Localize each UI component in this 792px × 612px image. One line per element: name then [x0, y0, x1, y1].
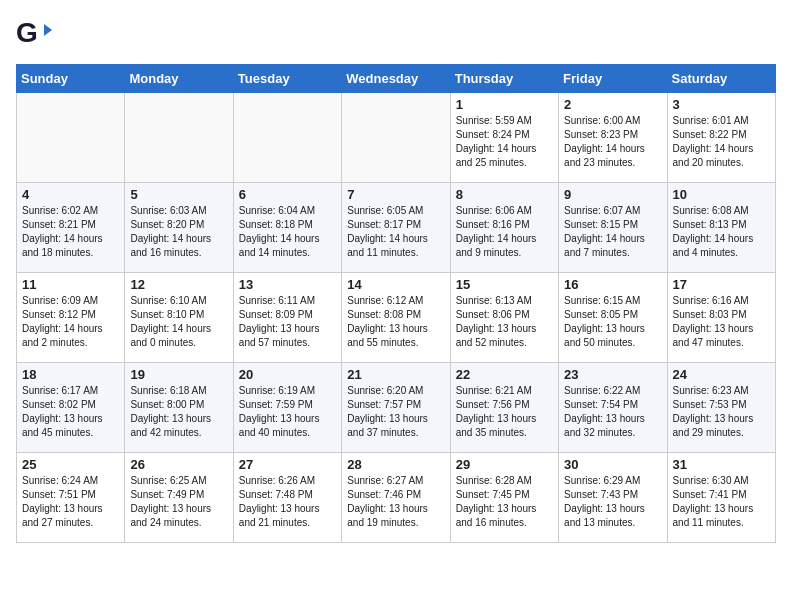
- calendar-cell: 23Sunrise: 6:22 AM Sunset: 7:54 PM Dayli…: [559, 363, 667, 453]
- cell-info: Sunrise: 6:04 AM Sunset: 8:18 PM Dayligh…: [239, 204, 336, 260]
- weekday-header: Tuesday: [233, 65, 341, 93]
- calendar-cell: 15Sunrise: 6:13 AM Sunset: 8:06 PM Dayli…: [450, 273, 558, 363]
- cell-info: Sunrise: 6:28 AM Sunset: 7:45 PM Dayligh…: [456, 474, 553, 530]
- cell-info: Sunrise: 6:15 AM Sunset: 8:05 PM Dayligh…: [564, 294, 661, 350]
- calendar-week-row: 1Sunrise: 5:59 AM Sunset: 8:24 PM Daylig…: [17, 93, 776, 183]
- weekday-header: Monday: [125, 65, 233, 93]
- day-number: 14: [347, 277, 444, 292]
- cell-info: Sunrise: 6:16 AM Sunset: 8:03 PM Dayligh…: [673, 294, 770, 350]
- svg-marker-1: [44, 24, 52, 36]
- day-number: 18: [22, 367, 119, 382]
- cell-info: Sunrise: 6:20 AM Sunset: 7:57 PM Dayligh…: [347, 384, 444, 440]
- cell-info: Sunrise: 5:59 AM Sunset: 8:24 PM Dayligh…: [456, 114, 553, 170]
- weekday-header: Saturday: [667, 65, 775, 93]
- cell-info: Sunrise: 6:03 AM Sunset: 8:20 PM Dayligh…: [130, 204, 227, 260]
- cell-info: Sunrise: 6:13 AM Sunset: 8:06 PM Dayligh…: [456, 294, 553, 350]
- day-number: 19: [130, 367, 227, 382]
- calendar-cell: 22Sunrise: 6:21 AM Sunset: 7:56 PM Dayli…: [450, 363, 558, 453]
- calendar-cell: 9Sunrise: 6:07 AM Sunset: 8:15 PM Daylig…: [559, 183, 667, 273]
- day-number: 15: [456, 277, 553, 292]
- calendar-table: SundayMondayTuesdayWednesdayThursdayFrid…: [16, 64, 776, 543]
- cell-info: Sunrise: 6:30 AM Sunset: 7:41 PM Dayligh…: [673, 474, 770, 530]
- day-number: 10: [673, 187, 770, 202]
- day-number: 1: [456, 97, 553, 112]
- calendar-cell: 28Sunrise: 6:27 AM Sunset: 7:46 PM Dayli…: [342, 453, 450, 543]
- cell-info: Sunrise: 6:01 AM Sunset: 8:22 PM Dayligh…: [673, 114, 770, 170]
- calendar-cell: 20Sunrise: 6:19 AM Sunset: 7:59 PM Dayli…: [233, 363, 341, 453]
- weekday-header: Friday: [559, 65, 667, 93]
- weekday-header: Sunday: [17, 65, 125, 93]
- calendar-week-row: 4Sunrise: 6:02 AM Sunset: 8:21 PM Daylig…: [17, 183, 776, 273]
- cell-info: Sunrise: 6:18 AM Sunset: 8:00 PM Dayligh…: [130, 384, 227, 440]
- calendar-cell: 7Sunrise: 6:05 AM Sunset: 8:17 PM Daylig…: [342, 183, 450, 273]
- calendar-cell: 27Sunrise: 6:26 AM Sunset: 7:48 PM Dayli…: [233, 453, 341, 543]
- cell-info: Sunrise: 6:21 AM Sunset: 7:56 PM Dayligh…: [456, 384, 553, 440]
- calendar-cell: 4Sunrise: 6:02 AM Sunset: 8:21 PM Daylig…: [17, 183, 125, 273]
- cell-info: Sunrise: 6:24 AM Sunset: 7:51 PM Dayligh…: [22, 474, 119, 530]
- calendar-cell: 24Sunrise: 6:23 AM Sunset: 7:53 PM Dayli…: [667, 363, 775, 453]
- cell-info: Sunrise: 6:11 AM Sunset: 8:09 PM Dayligh…: [239, 294, 336, 350]
- calendar-cell: 30Sunrise: 6:29 AM Sunset: 7:43 PM Dayli…: [559, 453, 667, 543]
- calendar-cell: 18Sunrise: 6:17 AM Sunset: 8:02 PM Dayli…: [17, 363, 125, 453]
- calendar-week-row: 25Sunrise: 6:24 AM Sunset: 7:51 PM Dayli…: [17, 453, 776, 543]
- calendar-cell: 1Sunrise: 5:59 AM Sunset: 8:24 PM Daylig…: [450, 93, 558, 183]
- cell-info: Sunrise: 6:09 AM Sunset: 8:12 PM Dayligh…: [22, 294, 119, 350]
- calendar-cell: 5Sunrise: 6:03 AM Sunset: 8:20 PM Daylig…: [125, 183, 233, 273]
- calendar-cell: 12Sunrise: 6:10 AM Sunset: 8:10 PM Dayli…: [125, 273, 233, 363]
- day-number: 24: [673, 367, 770, 382]
- cell-info: Sunrise: 6:06 AM Sunset: 8:16 PM Dayligh…: [456, 204, 553, 260]
- day-number: 20: [239, 367, 336, 382]
- day-number: 16: [564, 277, 661, 292]
- day-number: 28: [347, 457, 444, 472]
- day-number: 30: [564, 457, 661, 472]
- calendar-cell: 11Sunrise: 6:09 AM Sunset: 8:12 PM Dayli…: [17, 273, 125, 363]
- calendar-cell: 29Sunrise: 6:28 AM Sunset: 7:45 PM Dayli…: [450, 453, 558, 543]
- calendar-cell: 17Sunrise: 6:16 AM Sunset: 8:03 PM Dayli…: [667, 273, 775, 363]
- page-header: G: [16, 16, 776, 52]
- day-number: 5: [130, 187, 227, 202]
- calendar-cell: 16Sunrise: 6:15 AM Sunset: 8:05 PM Dayli…: [559, 273, 667, 363]
- cell-info: Sunrise: 6:25 AM Sunset: 7:49 PM Dayligh…: [130, 474, 227, 530]
- cell-info: Sunrise: 6:27 AM Sunset: 7:46 PM Dayligh…: [347, 474, 444, 530]
- day-number: 27: [239, 457, 336, 472]
- day-number: 23: [564, 367, 661, 382]
- logo-icon: G: [16, 16, 52, 52]
- calendar-header-row: SundayMondayTuesdayWednesdayThursdayFrid…: [17, 65, 776, 93]
- day-number: 6: [239, 187, 336, 202]
- cell-info: Sunrise: 6:00 AM Sunset: 8:23 PM Dayligh…: [564, 114, 661, 170]
- day-number: 21: [347, 367, 444, 382]
- svg-text:G: G: [16, 17, 38, 48]
- day-number: 11: [22, 277, 119, 292]
- calendar-cell: 26Sunrise: 6:25 AM Sunset: 7:49 PM Dayli…: [125, 453, 233, 543]
- calendar-cell: [233, 93, 341, 183]
- cell-info: Sunrise: 6:07 AM Sunset: 8:15 PM Dayligh…: [564, 204, 661, 260]
- day-number: 17: [673, 277, 770, 292]
- calendar-cell: 3Sunrise: 6:01 AM Sunset: 8:22 PM Daylig…: [667, 93, 775, 183]
- calendar-cell: 10Sunrise: 6:08 AM Sunset: 8:13 PM Dayli…: [667, 183, 775, 273]
- calendar-cell: 14Sunrise: 6:12 AM Sunset: 8:08 PM Dayli…: [342, 273, 450, 363]
- calendar-cell: 13Sunrise: 6:11 AM Sunset: 8:09 PM Dayli…: [233, 273, 341, 363]
- cell-info: Sunrise: 6:23 AM Sunset: 7:53 PM Dayligh…: [673, 384, 770, 440]
- calendar-week-row: 18Sunrise: 6:17 AM Sunset: 8:02 PM Dayli…: [17, 363, 776, 453]
- weekday-header: Wednesday: [342, 65, 450, 93]
- day-number: 2: [564, 97, 661, 112]
- logo: G: [16, 16, 56, 52]
- calendar-cell: 25Sunrise: 6:24 AM Sunset: 7:51 PM Dayli…: [17, 453, 125, 543]
- day-number: 13: [239, 277, 336, 292]
- day-number: 12: [130, 277, 227, 292]
- cell-info: Sunrise: 6:08 AM Sunset: 8:13 PM Dayligh…: [673, 204, 770, 260]
- weekday-header: Thursday: [450, 65, 558, 93]
- day-number: 9: [564, 187, 661, 202]
- cell-info: Sunrise: 6:02 AM Sunset: 8:21 PM Dayligh…: [22, 204, 119, 260]
- cell-info: Sunrise: 6:10 AM Sunset: 8:10 PM Dayligh…: [130, 294, 227, 350]
- calendar-cell: [17, 93, 125, 183]
- calendar-cell: 8Sunrise: 6:06 AM Sunset: 8:16 PM Daylig…: [450, 183, 558, 273]
- calendar-cell: [125, 93, 233, 183]
- day-number: 3: [673, 97, 770, 112]
- calendar-cell: [342, 93, 450, 183]
- day-number: 31: [673, 457, 770, 472]
- cell-info: Sunrise: 6:19 AM Sunset: 7:59 PM Dayligh…: [239, 384, 336, 440]
- day-number: 26: [130, 457, 227, 472]
- calendar-cell: 2Sunrise: 6:00 AM Sunset: 8:23 PM Daylig…: [559, 93, 667, 183]
- calendar-cell: 31Sunrise: 6:30 AM Sunset: 7:41 PM Dayli…: [667, 453, 775, 543]
